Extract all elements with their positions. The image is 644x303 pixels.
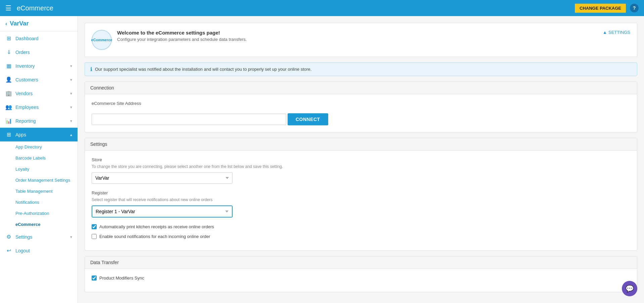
change-package-button[interactable]: CHANGE PACKAGE: [575, 4, 626, 13]
auto-print-checkbox[interactable]: [92, 224, 97, 229]
connection-header: Connection: [85, 82, 637, 94]
sidebar-sub-item-app-directory[interactable]: App Directory: [0, 141, 78, 153]
data-transfer-body: Product Modifiers Sync: [85, 269, 637, 292]
sidebar-item-customers[interactable]: 👤 Customers ▾: [0, 73, 78, 86]
ecommerce-address-input[interactable]: [92, 114, 286, 125]
sidebar: ‹ VarVar ⊞ Dashboard ⇓ Orders ▦ Inventor…: [0, 16, 78, 303]
register-select[interactable]: Register 1 - VarVar: [92, 206, 232, 217]
product-modifiers-row: Product Modifiers Sync: [92, 276, 630, 281]
product-modifiers-label: Product Modifiers Sync: [99, 276, 144, 281]
info-message: Our support specialist was notified abou…: [95, 67, 311, 72]
welcome-text: Welcome to the eCommerce settings page! …: [117, 30, 247, 42]
sidebar-item-employees[interactable]: 👥 Employees ▾: [0, 100, 78, 114]
register-label: Register: [92, 190, 630, 195]
sound-notify-label: Enable sound notifications for each inco…: [99, 234, 210, 239]
store-description: To change the store you are connecting, …: [92, 164, 630, 169]
reporting-icon: 📊: [5, 118, 12, 124]
employees-icon: 👥: [5, 104, 12, 110]
sidebar-sub-item-ecommerce[interactable]: eCommerce: [0, 219, 78, 230]
data-transfer-panel: Data Transfer Product Modifiers Sync: [85, 256, 637, 292]
vendors-icon: 🏢: [5, 90, 12, 97]
sidebar-item-label: Orders: [15, 50, 72, 55]
connection-panel: Connection eCommerce Site Address CONNEC…: [85, 81, 637, 132]
chevron-up-icon: ▴: [70, 132, 72, 137]
register-select-wrapper: Register 1 - VarVar: [92, 205, 233, 218]
chevron-down-icon: ▾: [70, 105, 72, 110]
sound-notify-row: Enable sound notifications for each inco…: [92, 234, 630, 239]
main-content: eCommerce Welcome to the eCommerce setti…: [78, 16, 644, 303]
sidebar-item-label: Settings: [15, 234, 70, 240]
sidebar-sub-item-loyalty[interactable]: Loyalty: [0, 164, 78, 175]
sidebar-item-settings[interactable]: ⚙ Settings ▾: [0, 230, 78, 244]
sidebar-item-label: Logout: [15, 248, 72, 253]
hamburger-icon[interactable]: ☰: [5, 4, 11, 12]
settings-icon: ⚙: [5, 234, 12, 240]
settings-header: Settings: [85, 138, 637, 150]
chevron-down-icon: ▾: [70, 235, 72, 239]
chevron-down-icon: ▾: [70, 77, 72, 82]
chevron-up-icon: ▲: [603, 30, 607, 35]
sidebar-sub-item-table-management[interactable]: Table Management: [0, 186, 78, 197]
sidebar-item-apps[interactable]: ⊞ Apps ▴: [0, 128, 78, 141]
settings-body: Store To change the store you are connec…: [85, 150, 637, 250]
brand-name: VarVar: [10, 20, 29, 27]
customers-icon: 👤: [5, 76, 12, 83]
auto-print-label: Automatically print kitchen receipts as …: [99, 224, 214, 229]
sidebar-sub-item-notifications[interactable]: Notifications: [0, 197, 78, 208]
settings-panel: Settings Store To change the store you a…: [85, 138, 637, 251]
store-label: Store: [92, 157, 630, 162]
welcome-description: Configure your integration parameters an…: [117, 37, 247, 42]
sidebar-item-label: Customers: [15, 77, 70, 82]
sidebar-brand[interactable]: ‹ VarVar: [0, 16, 78, 32]
sidebar-item-inventory[interactable]: ▦ Inventory ▾: [0, 59, 78, 73]
sidebar-item-label: Inventory: [15, 63, 70, 69]
auto-print-row: Automatically print kitchen receipts as …: [92, 224, 630, 229]
sidebar-item-label: Apps: [15, 132, 70, 137]
sidebar-item-orders[interactable]: ⇓ Orders: [0, 45, 78, 59]
help-button[interactable]: ?: [630, 4, 639, 12]
topbar-title: eCommerce: [17, 4, 575, 12]
register-description: Select register that will receive notifi…: [92, 197, 630, 202]
sound-notify-checkbox[interactable]: [92, 234, 97, 239]
dashboard-icon: ⊞: [5, 35, 12, 42]
logout-icon: ↩: [5, 247, 12, 254]
address-label: eCommerce Site Address: [92, 101, 630, 106]
inventory-icon: ▦: [5, 63, 12, 69]
info-icon: ℹ: [90, 66, 92, 72]
sidebar-item-label: Reporting: [15, 118, 70, 124]
orders-icon: ⇓: [5, 49, 12, 55]
sidebar-sub-item-order-management[interactable]: Order Management Settings: [0, 175, 78, 186]
info-bar: ℹ Our support specialist was notified ab…: [85, 62, 637, 76]
chat-widget[interactable]: 💬: [622, 281, 637, 296]
chevron-down-icon: ▾: [70, 91, 72, 96]
apps-icon: ⊞: [5, 131, 12, 138]
register-group: Register Select register that will recei…: [92, 190, 630, 218]
sidebar-sub-item-barcode-labels[interactable]: Barcode Labels: [0, 153, 78, 164]
chevron-left-icon: ‹: [5, 21, 7, 27]
sidebar-item-label: Vendors: [15, 91, 70, 96]
sidebar-item-reporting[interactable]: 📊 Reporting ▾: [0, 114, 78, 128]
topbar: ☰ eCommerce CHANGE PACKAGE ?: [0, 0, 644, 16]
product-modifiers-checkbox[interactable]: [92, 276, 97, 281]
chevron-down-icon: ▾: [70, 119, 72, 123]
data-transfer-header: Data Transfer: [85, 256, 637, 269]
store-select[interactable]: VarVar: [92, 172, 233, 184]
sidebar-item-label: Employees: [15, 105, 70, 110]
chevron-down-icon: ▾: [70, 64, 72, 68]
sidebar-item-label: Dashboard: [15, 36, 72, 41]
ecommerce-logo: eCommerce: [92, 30, 112, 50]
welcome-card: eCommerce Welcome to the eCommerce setti…: [85, 23, 637, 57]
welcome-heading: Welcome to the eCommerce settings page!: [117, 30, 247, 36]
sidebar-item-vendors[interactable]: 🏢 Vendors ▾: [0, 86, 78, 100]
connection-body: eCommerce Site Address CONNECT: [85, 94, 637, 132]
settings-link[interactable]: ▲ SETTINGS: [603, 30, 630, 35]
connect-button[interactable]: CONNECT: [288, 113, 328, 125]
sidebar-item-dashboard[interactable]: ⊞ Dashboard: [0, 32, 78, 45]
store-group: Store To change the store you are connec…: [92, 157, 630, 184]
sidebar-item-logout[interactable]: ↩ Logout: [0, 244, 78, 257]
chat-icon: 💬: [626, 285, 634, 293]
sidebar-sub-item-pre-authorization[interactable]: Pre-Authorization: [0, 208, 78, 219]
